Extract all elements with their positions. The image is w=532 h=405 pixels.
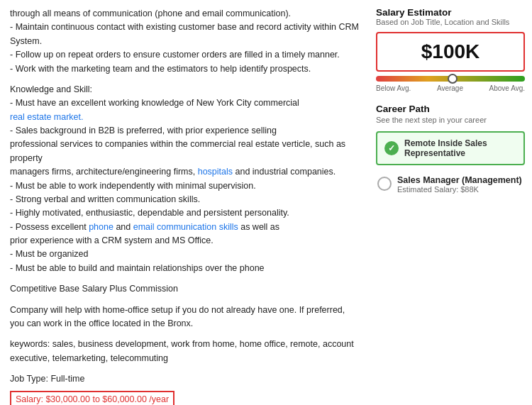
salary-estimator-title: Salary Estimator	[376, 7, 525, 18]
right-panel: Salary Estimator Based on Job Title, Loc…	[369, 7, 532, 405]
salary-estimator-section: Salary Estimator Based on Job Title, Loc…	[376, 7, 525, 92]
knowledge-section: Knowledge and Skill: - Must have an exce…	[10, 83, 359, 275]
job-type-para: Job Type: Full-time	[10, 372, 359, 386]
company-note-para: Company will help with home-office setup…	[10, 304, 359, 331]
career-next-info: Sales Manager (Management) Estimated Sal…	[397, 175, 522, 194]
salary-para: Salary: $30,000.00 to $60,000.00 /year	[10, 393, 359, 405]
career-current-label: Remote Inside Sales Representative	[404, 138, 516, 158]
salary-bar-labels: Below Avg. Average Above Avg.	[376, 84, 525, 92]
salary-estimator-subtitle: Based on Job Title, Location and Skills	[376, 18, 525, 26]
salary-highlight: Salary: $30,000.00 to $60,000.00 /year	[10, 391, 174, 405]
career-check-icon: ✓	[384, 141, 399, 155]
job-description: through all means of communication (phon…	[0, 7, 369, 405]
career-current-item[interactable]: ✓ Remote Inside Sales Representative	[376, 131, 525, 165]
intro-para: through all means of communication (phon…	[10, 7, 359, 76]
career-next-icon	[377, 177, 392, 191]
keywords-para: keywords: sales, business development, w…	[10, 338, 359, 365]
career-next-salary: Estimated Salary: $88K	[397, 185, 522, 194]
career-next-title: Sales Manager (Management)	[397, 175, 522, 185]
career-path-section: Career Path See the next step in your ca…	[376, 104, 525, 196]
salary-indicator	[448, 74, 458, 84]
above-avg-label: Above Avg.	[489, 84, 525, 92]
average-label: Average	[437, 84, 463, 92]
salary-bubble: $100K	[376, 32, 525, 72]
salary-amount: $100K	[384, 40, 516, 63]
competitive-para: Competitive Base Salary Plus Commission	[10, 282, 359, 296]
below-avg-label: Below Avg.	[376, 84, 411, 92]
career-path-title: Career Path	[376, 104, 525, 114]
career-next-item[interactable]: Sales Manager (Management) Estimated Sal…	[376, 172, 525, 196]
career-path-subtitle: See the next step in your career	[376, 116, 525, 124]
salary-gradient-bar	[376, 76, 525, 82]
knowledge-title: Knowledge and Skill:	[10, 84, 92, 94]
